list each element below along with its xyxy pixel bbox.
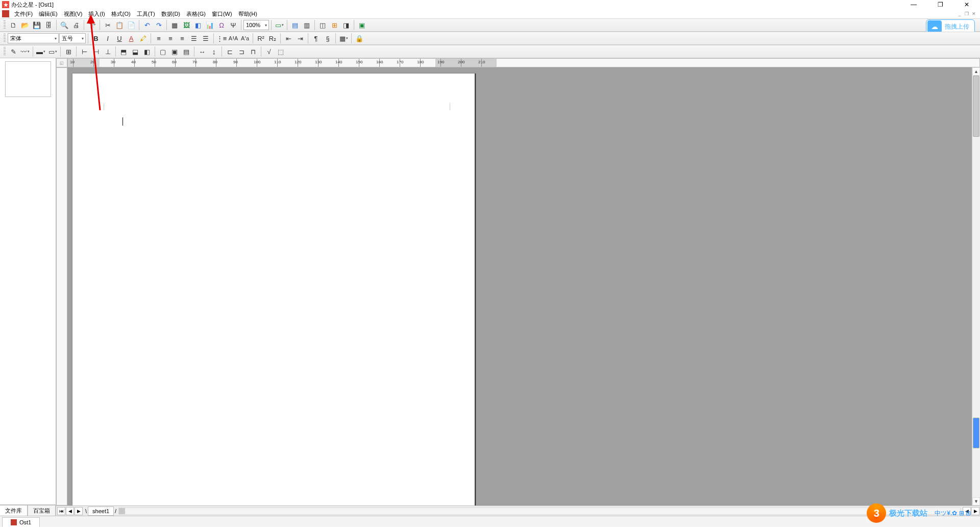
font-combo[interactable]: 宋体: [8, 33, 59, 43]
window3-button[interactable]: ◨: [340, 19, 352, 31]
group-button[interactable]: ⊞: [63, 46, 74, 57]
close-button[interactable]: ✕: [953, 0, 980, 9]
menu-data[interactable]: 数据(D): [158, 9, 183, 19]
print-preview-button[interactable]: 🔍: [59, 19, 70, 31]
align-center-button[interactable]: ≡: [165, 33, 176, 44]
sheet-nav-first[interactable]: ⏮: [57, 507, 65, 515]
layout-c-button[interactable]: ▤: [181, 46, 192, 57]
grip-icon[interactable]: [4, 34, 6, 43]
font-color-button[interactable]: A: [126, 33, 137, 44]
vertical-ruler[interactable]: [56, 67, 67, 505]
doc-min-icon[interactable]: _: [957, 11, 963, 17]
arr1-button[interactable]: ⊏: [224, 46, 235, 57]
scroll-up-icon[interactable]: ▲: [972, 67, 980, 76]
para2-button[interactable]: §: [322, 33, 333, 44]
brush-button[interactable]: 〰: [19, 46, 31, 57]
menu-format[interactable]: 格式(O): [108, 9, 134, 19]
help-toolbar-button[interactable]: ▣: [356, 19, 368, 31]
grip-icon[interactable]: [4, 20, 6, 30]
layout1-button[interactable]: ▤: [289, 19, 301, 31]
uppercase-button[interactable]: AꞋA: [228, 33, 239, 44]
window2-button[interactable]: ⊞: [329, 19, 340, 31]
new-doc-button[interactable]: 🗋: [8, 19, 19, 31]
subscript-button[interactable]: R₂: [267, 33, 278, 44]
sheet-tab[interactable]: sheet1: [88, 506, 114, 516]
distribute-button[interactable]: ☰: [200, 33, 211, 44]
paste-button[interactable]: 📄: [126, 19, 137, 31]
menu-view[interactable]: 视图(V): [61, 9, 86, 19]
align-left-button[interactable]: ≡: [153, 33, 164, 44]
copy-button[interactable]: 📋: [114, 19, 125, 31]
maximize-button[interactable]: ❐: [927, 0, 953, 9]
h-scroll-track[interactable]: [118, 508, 961, 515]
insert-clip-button[interactable]: Ω: [216, 19, 227, 31]
menu-insert[interactable]: 插入(I): [85, 9, 108, 19]
save-button[interactable]: 💾: [31, 19, 42, 31]
sheet-nav-next[interactable]: ▶: [75, 507, 83, 515]
sheet-nav-right[interactable]: ▶: [971, 507, 979, 515]
document-page[interactable]: [72, 74, 476, 505]
bold-button[interactable]: B: [90, 33, 102, 44]
insert-formula-button[interactable]: Ψ: [228, 19, 239, 31]
insert-chart-button[interactable]: 📊: [204, 19, 215, 31]
border-color-button[interactable]: ▭: [47, 46, 58, 57]
slide-button[interactable]: ▭: [274, 19, 285, 31]
dist-v-button[interactable]: ↨: [208, 46, 219, 57]
align-t2-button[interactable]: ⬓: [130, 46, 141, 57]
save-all-button[interactable]: 🗄: [43, 19, 54, 31]
para1-button[interactable]: ¶: [310, 33, 322, 44]
justify-button[interactable]: ☰: [188, 33, 200, 44]
scroll-thumb-blue[interactable]: [973, 418, 979, 448]
lowercase-button[interactable]: Aꞌa: [239, 33, 251, 44]
menu-tools[interactable]: 工具(T): [134, 9, 158, 19]
superscript-button[interactable]: R²: [255, 33, 266, 44]
snap3-button[interactable]: ⊥: [102, 46, 113, 57]
doc-restore-icon[interactable]: ❐: [964, 11, 970, 17]
fill-color-button[interactable]: ▬: [35, 46, 46, 57]
menu-window[interactable]: 窗口(W): [209, 9, 235, 19]
dist-h-button[interactable]: ↔: [197, 46, 208, 57]
root-button[interactable]: √: [263, 46, 275, 57]
align-t3-button[interactable]: ◧: [141, 46, 153, 57]
font-size-combo[interactable]: 五号: [59, 33, 86, 43]
tab-treasure[interactable]: 百宝箱: [28, 505, 56, 516]
print-button[interactable]: 🖨: [70, 19, 82, 31]
minimize-button[interactable]: —: [900, 0, 927, 9]
indent-inc-button[interactable]: ⇥: [295, 33, 306, 44]
snap2-button[interactable]: ⊣: [90, 46, 102, 57]
cut-button[interactable]: ✂: [102, 19, 113, 31]
highlight-button[interactable]: 🖍: [137, 33, 149, 44]
indent-dec-button[interactable]: ⇤: [283, 33, 294, 44]
layout-b-button[interactable]: ▣: [169, 46, 180, 57]
italic-button[interactable]: I: [102, 33, 113, 44]
open-button[interactable]: 📂: [19, 19, 31, 31]
layout2-button[interactable]: ▥: [301, 19, 312, 31]
doc-tab[interactable]: Ost1: [2, 517, 40, 527]
doc-close-icon[interactable]: ✕: [971, 11, 977, 17]
h-scroll-thumb[interactable]: [119, 508, 125, 514]
scroll-down-icon[interactable]: ▼: [972, 497, 980, 505]
menu-file[interactable]: 文件(F): [11, 9, 36, 19]
zoom-combo[interactable]: 100%: [243, 20, 269, 30]
find-button[interactable]: 🔭: [86, 19, 97, 31]
snap1-button[interactable]: ⊢: [79, 46, 90, 57]
menu-table[interactable]: 表格(G): [183, 9, 209, 19]
sheet-nav-prev[interactable]: ◀: [66, 507, 74, 515]
grip-icon[interactable]: [4, 47, 6, 56]
arr3-button[interactable]: ⊓: [248, 46, 259, 57]
horizontal-ruler[interactable]: 1020304050607080901001101201301401501601…: [67, 58, 980, 67]
ruler-corner[interactable]: ◱: [56, 58, 67, 67]
insert-image-button[interactable]: 🖼: [181, 19, 192, 31]
page-thumbnail[interactable]: [5, 61, 51, 97]
canvas-background[interactable]: ▲ ▼: [67, 67, 980, 505]
scroll-track[interactable]: [972, 76, 980, 497]
menu-help[interactable]: 帮助(H): [235, 9, 260, 19]
vertical-scrollbar[interactable]: ▲ ▼: [972, 67, 980, 505]
insert-object-button[interactable]: ◧: [192, 19, 204, 31]
list-button[interactable]: ⋮≡: [216, 33, 227, 44]
redo-button[interactable]: ↷: [153, 19, 164, 31]
window1-button[interactable]: ◫: [317, 19, 328, 31]
scroll-thumb[interactable]: [973, 76, 979, 137]
select-button[interactable]: ⬚: [275, 46, 286, 57]
underline-button[interactable]: U: [114, 33, 125, 44]
